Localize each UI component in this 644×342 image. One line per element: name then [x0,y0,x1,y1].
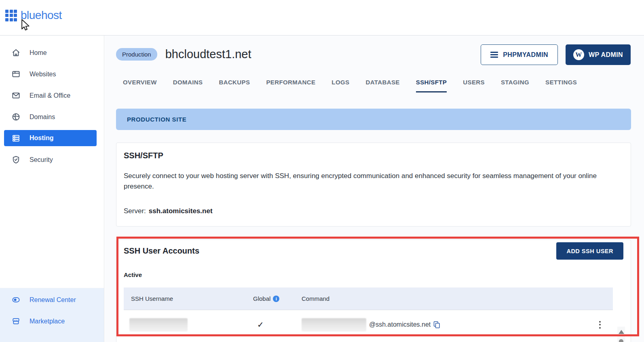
sidebar-item-label: Hosting [30,134,54,142]
websites-icon [11,69,21,79]
environment-badge: Production [116,48,157,61]
table-row: ✓ @ssh.atomicsites.net [124,310,613,339]
storefront-icon [11,317,21,326]
redacted-command-prefix [302,318,366,332]
site-title-row: Production bhcloudtest1.net [116,48,251,61]
header-actions: PHPMYADMIN W WP ADMIN [481,44,631,65]
command-host: @ssh.atomicsites.net [369,321,431,328]
production-site-banner: PRODUCTION SITE [116,109,631,130]
server-label: Server: [124,207,146,215]
ssh-sftp-card: SSH/SFTP Securely connect to your web ho… [116,143,631,227]
hosting-icon [11,134,21,143]
sidebar-item-label: Email & Office [30,92,70,99]
table-header-row: SSH Username Global i Command [124,287,613,310]
command-cell: @ssh.atomicsites.net [302,318,587,332]
renewal-center-icon [11,295,21,304]
sidebar-item-label: Marketplace [30,318,65,325]
info-icon[interactable]: i [273,296,279,302]
sidebar: Home Websites Email & Office Domains Hos… [0,36,104,342]
database-list-icon [490,52,498,58]
bluehost-logo[interactable]: bluehost [5,9,62,22]
tab-overview[interactable]: OVERVIEW [123,79,157,92]
wordpress-icon: W [573,49,584,60]
sidebar-item-renewal-center[interactable]: Renewal Center [0,289,104,311]
sidebar-item-home[interactable]: Home [0,42,104,63]
server-host: ssh.atomicsites.net [149,207,213,215]
shield-check-icon [11,155,21,164]
top-header: bluehost [0,0,644,36]
sidebar-item-label: Websites [30,71,56,78]
sidebar-item-websites[interactable]: Websites [0,63,104,85]
phpmyadmin-button[interactable]: PHPMYADMIN [481,44,558,65]
tab-users[interactable]: USERS [463,79,485,92]
wp-admin-button-label: WP ADMIN [589,51,623,59]
sidebar-item-label: Home [30,49,47,57]
globe-icon [11,112,21,122]
ssh-sftp-description: Securely connect to your web hosting ser… [124,171,619,192]
tab-settings[interactable]: SETTINGS [545,79,577,92]
row-actions-menu-icon[interactable] [599,321,601,329]
copy-icon[interactable] [433,321,440,329]
envelope-icon [11,91,21,100]
bluehost-hosting-page: bluehost Home Websites Email & Office Do… [0,0,644,342]
ssh-user-accounts-title: SSH User Accounts [124,246,199,256]
tab-ssh-sftp[interactable]: SSH/SFTP [416,79,447,92]
active-group-label: Active [124,271,623,278]
sidebar-item-label: Renewal Center [30,296,76,304]
phpmyadmin-button-label: PHPMYADMIN [503,51,548,59]
scrollbar-up-arrow-icon[interactable] [619,330,624,334]
ssh-sftp-card-title: SSH/SFTP [124,151,623,160]
sidebar-item-domains[interactable]: Domains [0,106,104,128]
sidebar-item-label: Security [30,156,53,164]
column-header-global: Global i [253,295,302,302]
tab-backups[interactable]: BACKUPS [219,79,250,92]
table-scrollbar[interactable] [617,327,625,342]
global-header-label: Global [253,295,270,302]
global-checkmark-icon: ✓ [253,320,302,329]
wp-admin-button[interactable]: W WP ADMIN [566,44,631,65]
main-content: Production bhcloudtest1.net PHPMYADMIN W… [105,36,644,342]
sidebar-item-security[interactable]: Security [0,149,104,170]
sidebar-item-label: Domains [30,113,55,121]
ssh-user-accounts-card: SSH User Accounts ADD SSH USER Active SS… [116,239,631,342]
tab-logs[interactable]: LOGS [332,79,349,92]
home-icon [11,48,21,57]
ssh-users-table-zone: SSH Username Global i Command ✓ [124,287,623,339]
tab-database[interactable]: DATABASE [365,79,399,92]
sidebar-footer: Renewal Center Marketplace [0,288,104,342]
site-tabs: OVERVIEW DOMAINS BACKUPS PERFORMANCE LOG… [123,79,577,92]
add-ssh-user-button[interactable]: ADD SSH USER [556,242,623,260]
column-header-ssh-username: SSH Username [124,295,253,302]
sidebar-item-email-office[interactable]: Email & Office [0,85,104,106]
ssh-users-table: SSH Username Global i Command ✓ [124,287,613,339]
redacted-ssh-username [129,318,188,332]
scrollbar-thumb[interactable] [619,339,623,342]
sidebar-item-marketplace[interactable]: Marketplace [0,311,104,332]
bluehost-logo-icon [5,10,17,21]
tab-performance[interactable]: PERFORMANCE [266,79,315,92]
page-title: bhcloudtest1.net [165,48,251,61]
production-site-banner-label: PRODUCTION SITE [127,116,186,123]
tab-domains[interactable]: DOMAINS [173,79,203,92]
column-header-command: Command [302,295,587,302]
server-line: Server:ssh.atomicsites.net [124,207,623,215]
mouse-cursor-icon [19,19,30,31]
sidebar-item-hosting[interactable]: Hosting [4,130,97,146]
tab-staging[interactable]: STAGING [501,79,529,92]
